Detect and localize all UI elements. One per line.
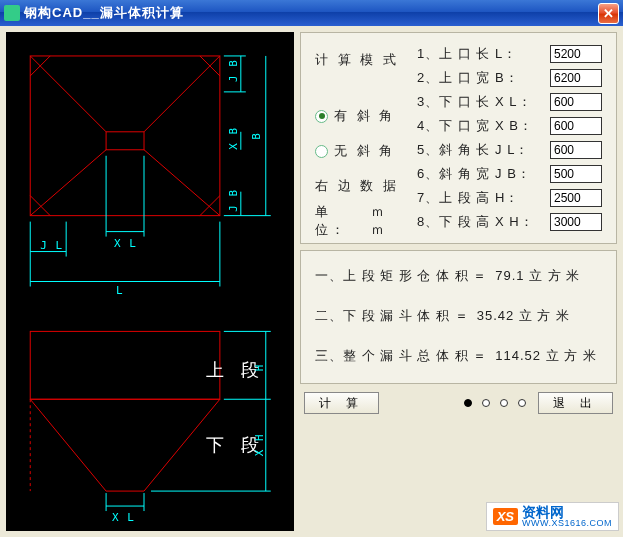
svg-rect-5 <box>106 132 144 150</box>
field-row-6: 6、斜 角 宽 J B： <box>417 165 602 183</box>
dim-label-H: H <box>253 364 266 372</box>
close-icon: ✕ <box>603 6 614 21</box>
radio-bevel[interactable]: 有 斜 角 <box>315 107 401 125</box>
fields-column: 1、上 口 长 L：2、上 口 宽 B：3、下 口 长 X L：4、下 口 宽 … <box>417 45 602 231</box>
dim-label-XB: X B <box>227 127 240 150</box>
result-1-label: 一、上 段 矩 形 仓 体 积 ＝ <box>315 267 487 285</box>
radio-label-nobevel: 无 斜 角 <box>334 142 395 160</box>
dim-label-XH: X H <box>253 433 266 456</box>
dim-label-JB-top: J B <box>227 59 240 82</box>
field-label-8: 8、下 段 高 X H： <box>417 213 542 231</box>
input-panel: 计 算 模 式 有 斜 角 无 斜 角 右 边 数 据 单 位：ｍｍ <box>300 32 617 244</box>
field-row-7: 7、上 段 高 H： <box>417 189 602 207</box>
pager-dot-0[interactable] <box>464 399 472 407</box>
field-row-5: 5、斜 角 长 J L： <box>417 141 602 159</box>
field-input-8[interactable] <box>550 213 602 231</box>
cad-viewport[interactable]: L J L X L B J B X B J B <box>6 32 294 531</box>
result-panel: 一、上 段 矩 形 仓 体 积 ＝ 79.1 立 方 米 二、下 段 漏 斗 体… <box>300 250 617 384</box>
watermark-url: WWW.XS1616.COM <box>522 519 612 528</box>
calc-button[interactable]: 计 算 <box>304 392 379 414</box>
field-label-5: 5、斜 角 长 J L： <box>417 141 542 159</box>
unit-label: 单 位： <box>315 203 365 239</box>
dim-label-JB-bot: J B <box>227 189 240 212</box>
result-3: 三、整 个 漏 斗 总 体 积 ＝ 114.52 立 方 米 <box>315 347 602 365</box>
watermark-logo: XS <box>493 508 518 525</box>
field-row-2: 2、上 口 宽 B： <box>417 69 602 87</box>
svg-line-6 <box>30 56 106 132</box>
result-1: 一、上 段 矩 形 仓 体 积 ＝ 79.1 立 方 米 <box>315 267 602 285</box>
svg-line-8 <box>30 150 106 216</box>
rightdata-label: 右 边 数 据 <box>315 177 401 195</box>
field-input-3[interactable] <box>550 93 602 111</box>
window-title: 钢构CAD__漏斗体积计算 <box>24 4 598 22</box>
app-icon <box>4 5 20 21</box>
titlebar[interactable]: 钢构CAD__漏斗体积计算 ✕ <box>0 0 623 26</box>
field-row-1: 1、上 口 长 L： <box>417 45 602 63</box>
field-input-6[interactable] <box>550 165 602 183</box>
pager-dot-2[interactable] <box>500 399 508 407</box>
unit-row: 单 位：ｍｍ <box>315 212 401 230</box>
close-button[interactable]: ✕ <box>598 3 619 24</box>
radio-no-bevel[interactable]: 无 斜 角 <box>315 142 401 160</box>
field-input-7[interactable] <box>550 189 602 207</box>
svg-rect-25 <box>30 331 220 399</box>
client-area: L J L X L B J B X B J B <box>0 26 623 537</box>
result-2: 二、下 段 漏 斗 体 积 ＝ 35.42 立 方 米 <box>315 307 602 325</box>
dim-label-L: L <box>116 284 124 297</box>
field-input-2[interactable] <box>550 69 602 87</box>
cad-drawing: L J L X L B J B X B J B <box>6 32 294 531</box>
dim-label-XL: X L <box>114 237 137 250</box>
svg-line-9 <box>144 150 220 216</box>
app-window: 钢构CAD__漏斗体积计算 ✕ <box>0 0 623 537</box>
radio-icon <box>315 145 328 158</box>
field-label-7: 7、上 段 高 H： <box>417 189 542 207</box>
dim-label-XL2: X L <box>112 511 135 524</box>
result-2-value: 35.42 立 方 米 <box>477 307 570 325</box>
result-3-label: 三、整 个 漏 斗 总 体 积 ＝ <box>315 347 487 365</box>
pager-dot-1[interactable] <box>482 399 490 407</box>
field-row-3: 3、下 口 长 X L： <box>417 93 602 111</box>
svg-line-7 <box>144 56 220 132</box>
watermark-cn: 资料网 <box>522 505 612 519</box>
result-1-value: 79.1 立 方 米 <box>495 267 580 285</box>
pager-dot-3[interactable] <box>518 399 526 407</box>
field-row-8: 8、下 段 高 X H： <box>417 213 602 231</box>
field-row-4: 4、下 口 宽 X B： <box>417 117 602 135</box>
svg-rect-0 <box>30 56 220 216</box>
field-label-6: 6、斜 角 宽 J B： <box>417 165 542 183</box>
mode-column: 计 算 模 式 有 斜 角 无 斜 角 右 边 数 据 单 位：ｍｍ <box>315 45 401 231</box>
mode-title: 计 算 模 式 <box>315 51 401 69</box>
radio-icon-checked <box>315 110 328 123</box>
result-3-value: 114.52 立 方 米 <box>495 347 597 365</box>
unit-value: ｍｍ <box>371 203 401 239</box>
watermark: XS 资料网 WWW.XS1616.COM <box>486 502 619 531</box>
dim-label-B: B <box>250 132 263 140</box>
field-label-3: 3、下 口 长 X L： <box>417 93 542 111</box>
field-label-4: 4、下 口 宽 X B： <box>417 117 542 135</box>
svg-marker-26 <box>30 399 220 491</box>
result-2-label: 二、下 段 漏 斗 体 积 ＝ <box>315 307 469 325</box>
field-input-5[interactable] <box>550 141 602 159</box>
field-input-1[interactable] <box>550 45 602 63</box>
dim-label-JL: J L <box>40 239 63 252</box>
right-column: 计 算 模 式 有 斜 角 无 斜 角 右 边 数 据 单 位：ｍｍ <box>300 32 617 531</box>
field-label-1: 1、上 口 长 L： <box>417 45 542 63</box>
exit-button[interactable]: 退 出 <box>538 392 613 414</box>
pager <box>464 399 526 407</box>
field-input-4[interactable] <box>550 117 602 135</box>
field-label-2: 2、上 口 宽 B： <box>417 69 542 87</box>
button-row: 计 算 退 出 <box>300 390 617 416</box>
radio-label-bevel: 有 斜 角 <box>334 107 395 125</box>
